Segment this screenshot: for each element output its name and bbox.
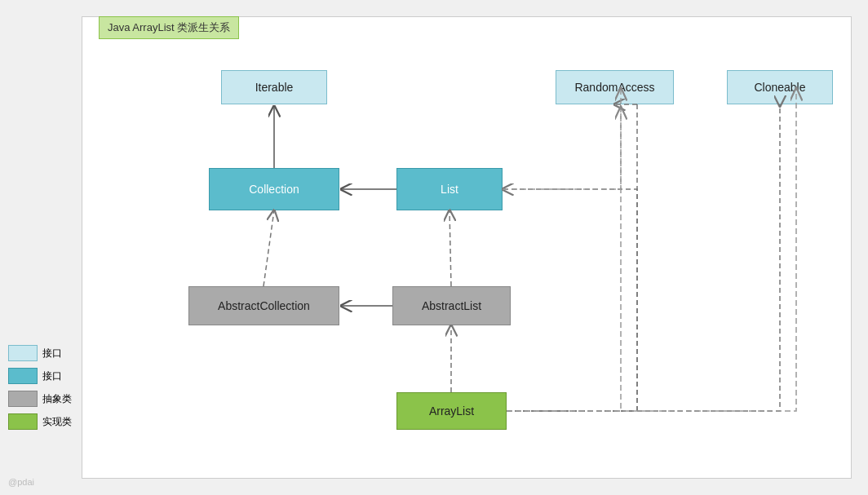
legend-box-teal	[8, 368, 38, 384]
node-abstractcollection: AbstractCollection	[188, 286, 339, 325]
legend-label-abstract: 抽象类	[42, 392, 72, 406]
node-iterable: Iterable	[221, 70, 327, 104]
diagram-area: Java ArrayList 类派生关系 Iterable Collection…	[82, 16, 852, 479]
legend-item-concrete: 实现类	[8, 413, 72, 430]
node-abstractlist: AbstractList	[392, 286, 511, 325]
legend-box-green	[8, 413, 38, 430]
legend: 接口 接口 抽象类 实现类	[8, 345, 72, 430]
legend-label-interface-light: 接口	[42, 347, 62, 360]
node-cloneable: Cloneable	[727, 70, 833, 104]
legend-item-interface-teal: 接口	[8, 368, 72, 384]
legend-box-light-blue	[8, 345, 38, 361]
legend-label-interface-teal: 接口	[42, 369, 62, 383]
node-list: List	[396, 168, 503, 210]
legend-item-abstract: 抽象类	[8, 391, 72, 407]
legend-box-gray	[8, 391, 38, 407]
watermark: @pdai	[8, 477, 34, 487]
svg-line-1	[264, 210, 274, 286]
node-collection: Collection	[209, 168, 339, 210]
node-randomaccess: RandomAccess	[556, 70, 674, 104]
node-arraylist: ArrayList	[396, 392, 507, 430]
svg-line-2	[450, 210, 451, 286]
legend-label-concrete: 实现类	[42, 415, 72, 429]
diagram-title: Java ArrayList 类派生关系	[99, 16, 239, 39]
main-container: 接口 接口 抽象类 实现类 @pdai Java ArrayList 类派生关系…	[0, 0, 868, 495]
legend-item-interface-light: 接口	[8, 345, 72, 361]
